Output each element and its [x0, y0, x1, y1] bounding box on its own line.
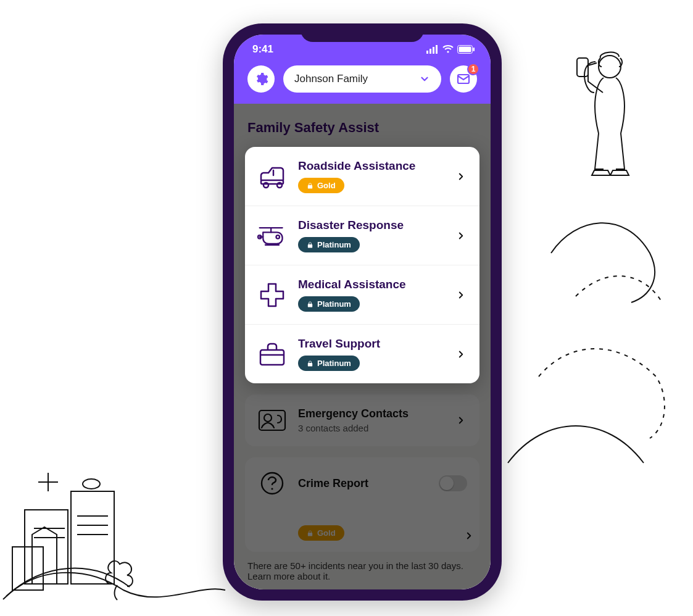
family-selector-label: Johnson Family [294, 73, 368, 85]
svg-point-8 [83, 479, 100, 489]
mail-icon [456, 72, 471, 86]
lock-icon [307, 182, 313, 189]
svg-rect-13 [433, 47, 434, 54]
tier-badge-platinum: Platinum [298, 237, 360, 252]
chevron-right-icon [455, 349, 467, 360]
inbox-badge: 1 [467, 63, 479, 75]
contacts-icon [257, 406, 287, 435]
svg-point-26 [276, 235, 280, 239]
assist-card: Roadside Assistance Gold [245, 147, 479, 383]
content: Family Safety Assist Roadside Assistance… [234, 104, 491, 589]
svg-point-35 [271, 488, 273, 489]
decoration-hiker [483, 31, 693, 475]
phone-notch [301, 23, 424, 42]
gear-icon [254, 72, 268, 86]
svg-rect-18 [473, 48, 475, 51]
tier-badge-gold: Gold [298, 178, 344, 193]
svg-point-9 [599, 56, 621, 78]
chevron-right-icon [455, 415, 467, 426]
tier-badge-platinum: Platinum [298, 296, 360, 312]
lock-icon [307, 360, 313, 367]
svg-rect-12 [429, 49, 431, 54]
content-wrap: Family Safety Assist Roadside Assistance… [234, 104, 491, 589]
status-time: 9:41 [252, 43, 273, 56]
travel-icon [257, 339, 287, 369]
svg-point-33 [264, 414, 272, 422]
status-bar: 9:41 [234, 40, 491, 59]
assist-title: Medical Assistance [298, 278, 444, 291]
svg-rect-17 [459, 47, 471, 52]
chevron-down-icon [419, 73, 430, 85]
crime-report-card[interactable]: Crime Report Gold [245, 457, 479, 552]
tier-label: Platinum [317, 240, 351, 249]
svg-rect-14 [436, 45, 438, 54]
chevron-right-icon [455, 289, 467, 301]
crime-report-toggle[interactable] [439, 475, 467, 491]
lock-icon [307, 241, 313, 249]
medical-icon [257, 280, 287, 310]
status-icons [426, 45, 475, 54]
wifi-icon [442, 45, 454, 54]
emergency-contacts-subtitle: 3 contacts added [298, 423, 444, 433]
phone-device: 9:41 Johnson Family 1 [223, 23, 502, 601]
svg-rect-30 [260, 350, 284, 365]
emergency-contacts-card[interactable]: Emergency Contacts 3 contacts added [245, 394, 479, 446]
car-icon [257, 162, 287, 191]
chevron-right-icon [463, 530, 475, 541]
lock-icon [307, 530, 313, 537]
assist-title: Travel Support [298, 337, 444, 351]
svg-rect-11 [426, 51, 428, 54]
svg-point-21 [264, 183, 268, 188]
tier-label: Gold [317, 528, 336, 538]
chevron-right-icon [455, 230, 467, 241]
phone-screen: 9:41 Johnson Family 1 [234, 35, 491, 589]
cellular-icon [426, 45, 439, 54]
heli-icon [257, 221, 287, 251]
assist-title: Disaster Response [298, 219, 444, 232]
tier-label: Platinum [317, 299, 351, 309]
page-title: Family Safety Assist [247, 120, 479, 136]
emergency-contacts-title: Emergency Contacts [298, 407, 444, 420]
tier-label: Platinum [317, 359, 351, 368]
lock-icon [307, 301, 313, 308]
battery-icon [457, 45, 475, 54]
family-selector[interactable]: Johnson Family [283, 65, 441, 93]
assist-item-travel[interactable]: Travel Support Platinum [245, 325, 479, 383]
tier-badge-platinum: Platinum [298, 356, 360, 371]
decoration-city [0, 405, 228, 602]
assist-item-roadside[interactable]: Roadside Assistance Gold [245, 147, 479, 206]
incidents-note[interactable]: There are 50+ incidents near you in the … [245, 560, 479, 581]
assist-item-disaster[interactable]: Disaster Response Platinum [245, 206, 479, 265]
inbox-button[interactable]: 1 [450, 65, 477, 93]
tier-label: Gold [317, 181, 336, 190]
svg-point-15 [447, 51, 449, 52]
settings-button[interactable] [247, 65, 275, 93]
crime-report-title: Crime Report [298, 477, 428, 490]
assist-title: Roadside Assistance [298, 159, 444, 173]
assist-item-medical[interactable]: Medical Assistance Platinum [245, 265, 479, 325]
header-row: Johnson Family 1 [234, 59, 491, 104]
chevron-right-icon [455, 171, 467, 182]
topbar: 9:41 Johnson Family 1 [234, 35, 491, 104]
question-icon [257, 468, 287, 498]
tier-badge-gold: Gold [298, 525, 344, 541]
svg-point-22 [277, 183, 282, 188]
